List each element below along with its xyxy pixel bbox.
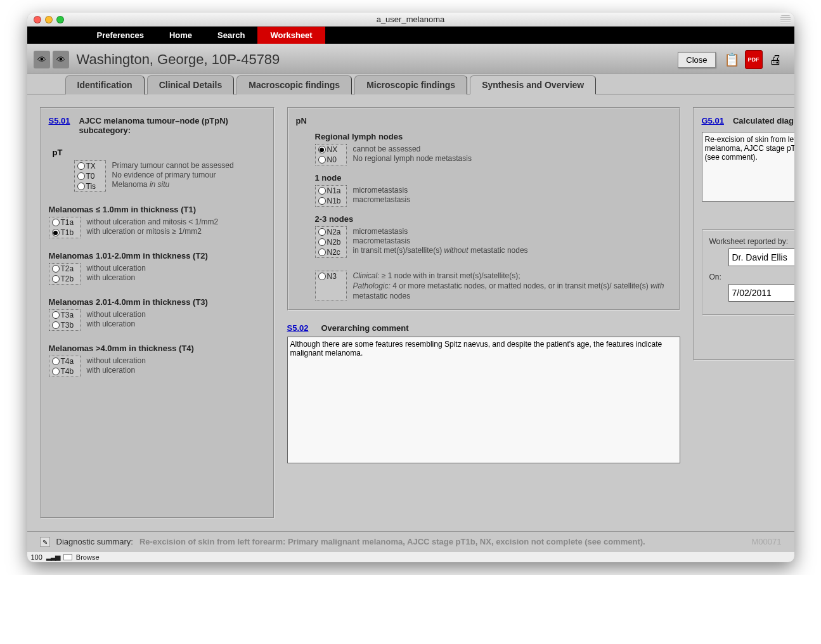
titlebar: a_user_melanoma bbox=[27, 13, 794, 27]
radio-nx[interactable]: NX bbox=[316, 145, 346, 155]
radio-group-pt-2[interactable]: T3aT3b bbox=[49, 309, 81, 331]
radio-t3b[interactable]: T3b bbox=[49, 320, 80, 330]
desc-n1a: micrometastasis bbox=[353, 186, 411, 195]
patient-title: Washington, George, 10P-45789 bbox=[77, 51, 280, 68]
window-close-dot[interactable] bbox=[34, 16, 41, 23]
statusbar: 100 ▂▃▅ Browse bbox=[27, 551, 794, 562]
panel-pt: S5.01 AJCC melanoma tumour–node (pTpN) s… bbox=[40, 107, 275, 518]
s501-link[interactable]: S5.01 bbox=[49, 116, 70, 135]
app-window: a_user_melanoma Preferences Home Search … bbox=[27, 13, 794, 562]
radio-t2b[interactable]: T2b bbox=[49, 274, 80, 284]
radio-t4b[interactable]: T4b bbox=[49, 366, 80, 377]
pt-label: pT bbox=[53, 148, 63, 157]
radio-n2c[interactable]: N2c bbox=[316, 247, 346, 257]
desc-t4b: with ulceration bbox=[87, 366, 146, 375]
tab-identification[interactable]: Identification bbox=[65, 75, 145, 94]
radio-group-regional[interactable]: NX N0 bbox=[315, 144, 347, 165]
reported-date-input[interactable] bbox=[728, 284, 794, 302]
radio-n2b[interactable]: N2b bbox=[316, 237, 346, 247]
desc-t2b: with ulceration bbox=[87, 273, 146, 282]
reported-by-input[interactable] bbox=[728, 248, 794, 266]
s502-title: Overarching comment bbox=[321, 323, 408, 333]
titlebar-grip-icon bbox=[780, 15, 791, 24]
footer: ✎ Diagnostic summary: Re-excision of ski… bbox=[27, 531, 794, 551]
desc-t0: No evidence of primary tumour bbox=[112, 171, 234, 179]
footer-key: Diagnostic summary: bbox=[56, 537, 133, 546]
close-button[interactable]: Close bbox=[678, 52, 715, 68]
radio-group-pt-0[interactable]: T1aT1b bbox=[49, 217, 81, 238]
radio-t0[interactable]: T0 bbox=[75, 171, 105, 181]
tab-synthesis[interactable]: Synthesis and Overview bbox=[470, 75, 596, 94]
desc-n0: No regional lymph node metastasis bbox=[353, 154, 472, 163]
desc-tis: Melanoma in situ bbox=[112, 180, 234, 189]
desc-t4a: without ulceration bbox=[87, 356, 146, 365]
desc-n2b: macrometastasis bbox=[353, 236, 528, 245]
tab-macroscopic[interactable]: Macroscopic findings bbox=[236, 75, 352, 94]
window-min-dot[interactable] bbox=[45, 16, 53, 23]
status-bars-icon: ▂▃▅ bbox=[46, 553, 60, 561]
g501-title: Calculated diagnostic summary - editable bbox=[733, 116, 794, 126]
pn-1node-heading: 1 node bbox=[315, 173, 671, 183]
radio-n3[interactable]: N3 bbox=[316, 271, 346, 281]
radio-n1b[interactable]: N1b bbox=[316, 196, 346, 206]
status-zoom[interactable]: 100 bbox=[31, 553, 42, 561]
radio-tx[interactable]: TX bbox=[75, 161, 105, 171]
view-icon-2[interactable]: 👁 bbox=[53, 51, 69, 68]
desc-n1b: macrometastasis bbox=[353, 195, 411, 204]
desc-t2a: without ulceration bbox=[87, 264, 146, 273]
pn-regional-heading: Regional lymph nodes bbox=[315, 132, 671, 141]
radio-t3a[interactable]: T3a bbox=[49, 310, 80, 320]
nav-preferences[interactable]: Preferences bbox=[84, 27, 157, 44]
desc-t1b: with ulceration or mitosis ≥ 1/mm2 bbox=[87, 227, 219, 236]
tab-clinical-details[interactable]: Clinical Details bbox=[147, 75, 235, 94]
overarching-comment-input[interactable] bbox=[287, 337, 680, 463]
clipboard-icon[interactable]: 📋 bbox=[723, 50, 741, 69]
radio-group-pt-1[interactable]: T2aT2b bbox=[49, 263, 81, 285]
radio-group-pt-top[interactable]: TX T0 Tis bbox=[74, 160, 106, 192]
radio-group-pt-3[interactable]: T4aT4b bbox=[49, 356, 81, 377]
reported-by-label: Worksheet reported by: bbox=[709, 237, 794, 246]
status-box-icon bbox=[63, 554, 72, 560]
nav-search[interactable]: Search bbox=[205, 27, 257, 44]
pt-group-heading: Melanomas >4.0mm in thickness (T4) bbox=[49, 344, 266, 353]
radio-n1a[interactable]: N1a bbox=[316, 186, 346, 196]
s502-link[interactable]: S5.02 bbox=[287, 323, 309, 333]
window-title: a_user_melanoma bbox=[27, 15, 794, 24]
radio-t2a[interactable]: T2a bbox=[49, 264, 80, 274]
tab-microscopic[interactable]: Microscopic findings bbox=[354, 75, 467, 94]
footer-icon[interactable]: ✎ bbox=[40, 537, 50, 547]
content: S5.01 AJCC melanoma tumour–node (pTpN) s… bbox=[27, 94, 794, 531]
radio-t1a[interactable]: T1a bbox=[49, 217, 80, 228]
status-mode: Browse bbox=[76, 553, 100, 561]
nav-worksheet[interactable]: Worksheet bbox=[257, 27, 325, 44]
reported-box: Worksheet reported by: On: 📅 bbox=[702, 229, 794, 316]
radio-group-1node[interactable]: N1a N1b bbox=[315, 185, 347, 207]
nav-home[interactable]: Home bbox=[157, 27, 205, 44]
printer-icon[interactable]: 🖨 bbox=[766, 50, 784, 69]
desc-tx: Primary tumour cannot be assessed bbox=[112, 161, 234, 170]
radio-group-23nodes[interactable]: N2a N2b N2c bbox=[315, 226, 347, 258]
desc-nx: cannot be assessed bbox=[353, 145, 472, 153]
pt-group-heading: Melanomas 1.01-2.0mm in thickness (T2) bbox=[49, 251, 266, 261]
window-zoom-dot[interactable] bbox=[56, 16, 64, 23]
footer-code: M00071 bbox=[752, 537, 782, 546]
radio-n0[interactable]: N0 bbox=[316, 155, 346, 165]
radio-t4a[interactable]: T4a bbox=[49, 356, 80, 366]
diagnostic-summary-input[interactable] bbox=[702, 132, 794, 202]
g501-link[interactable]: G5.01 bbox=[702, 116, 724, 126]
header: 👁 👁 Washington, George, 10P-45789 Close … bbox=[27, 44, 794, 74]
pdf-icon[interactable]: PDF bbox=[745, 50, 763, 69]
view-icon-1[interactable]: 👁 bbox=[34, 51, 50, 68]
s501-title: AJCC melanoma tumour–node (pTpN) subcate… bbox=[79, 116, 265, 135]
footer-value: Re-excision of skin from left forearm: P… bbox=[139, 537, 746, 546]
pn-23nodes-heading: 2-3 nodes bbox=[315, 214, 671, 224]
radio-group-n3[interactable]: N3 bbox=[315, 271, 347, 300]
reported-on-label: On: bbox=[709, 273, 794, 281]
radio-t1b[interactable]: T1b bbox=[49, 228, 80, 238]
desc-t1a: without ulceration and mitosis < 1/mm2 bbox=[87, 217, 219, 226]
radio-tis[interactable]: Tis bbox=[75, 181, 105, 191]
radio-n2a[interactable]: N2a bbox=[316, 227, 346, 237]
tabs: Identification Clinical Details Macrosco… bbox=[27, 74, 794, 94]
desc-t3b: with ulceration bbox=[87, 319, 146, 328]
panel-summary: G5.01 Calculated diagnostic summary - ed… bbox=[693, 107, 794, 361]
